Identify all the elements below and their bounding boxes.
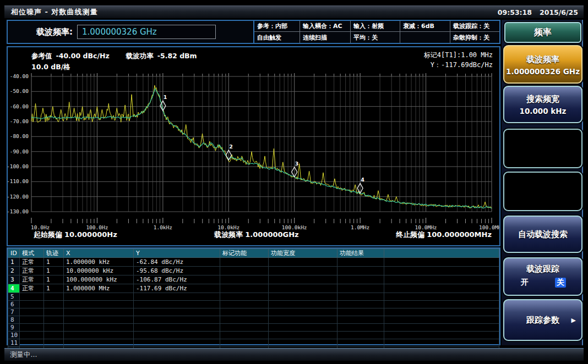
- setting-carrier-track: 载波跟踪：关: [450, 21, 499, 32]
- col-mode: 模式: [20, 249, 44, 258]
- table-row[interactable]: 2正常110.000000 kHz-95.68 dBc/Hz: [8, 267, 499, 275]
- marker-data-cell: [269, 275, 337, 284]
- marker-data-cell: [269, 301, 337, 308]
- marker-data-cell: 10.000000 kHz: [64, 267, 134, 275]
- col-func: 标记功能: [220, 249, 269, 258]
- marker-data-cell: [134, 293, 220, 301]
- time-display: 09:53:18: [498, 8, 532, 16]
- marker-table-panel: ID 模式 轨迹 X Y 标记功能 功能宽度 功能结果 1正常11.000000…: [7, 247, 500, 345]
- marker-data-cell: [269, 293, 337, 301]
- marker-data-cell: [269, 324, 337, 332]
- marker-data-cell: [269, 332, 337, 339]
- marker-data-cell: [337, 316, 384, 324]
- toggle-on-option[interactable]: 开: [521, 278, 529, 288]
- marker-data-cell: [384, 258, 499, 267]
- table-row[interactable]: 8: [8, 316, 499, 324]
- marker-data-cell: [220, 339, 269, 347]
- marker-data-cell: [134, 332, 220, 339]
- status-bar: 测量中...: [4, 348, 584, 361]
- softkey-search-bandwidth[interactable]: 搜索频宽 10.000 kHz: [503, 86, 582, 123]
- marker-data-cell: [337, 332, 384, 339]
- measurement-settings-grid: 参考：内部 输入耦合：AC 输入：射频 衰减：6dB 载波跟踪：关 自由触发 连…: [253, 21, 499, 43]
- marker-data-cell: 1.000000 kHz: [64, 258, 134, 267]
- marker-data-cell: [337, 301, 384, 308]
- svg-text:3: 3: [295, 161, 299, 167]
- ref-level-label: 参考值: [31, 52, 52, 61]
- softkey-tracking-parameters[interactable]: 跟踪参数 ▶: [503, 299, 582, 341]
- carrier-frequency-readout: 载波频率1.000000GHz: [212, 230, 298, 240]
- marker-data-cell: [220, 293, 269, 301]
- table-row[interactable]: 6: [8, 301, 499, 308]
- ref-level-value: -40.00 dBc/Hz: [56, 52, 110, 61]
- phase-noise-chart-panel: -40.00-50.00-60.00-70.00-80.00-90.00-100…: [7, 46, 500, 246]
- marker-data-cell: [134, 339, 220, 347]
- softkey-carrier-frequency[interactable]: 载波频率 1.000000326 GHz: [503, 45, 582, 84]
- col-extra: [384, 249, 499, 258]
- marker-data-cell: [134, 324, 220, 332]
- menu-header-frequency: 频率: [504, 22, 581, 43]
- svg-text:-130.00: -130.00: [8, 208, 29, 214]
- table-row[interactable]: 4正常11.000000 MHz-117.69 dBc/Hz: [8, 284, 499, 293]
- marker-data-cell: -117.69 dBc/Hz: [134, 284, 220, 293]
- softkey-carrier-tracking[interactable]: 载波跟踪 开 关: [503, 257, 582, 296]
- marker-data-cell: [384, 267, 499, 275]
- softkey-blank-1[interactable]: [503, 129, 582, 168]
- marker-data-cell: [44, 332, 64, 339]
- svg-text:-70.00: -70.00: [10, 118, 29, 124]
- marker-data-cell: 正常: [20, 284, 44, 293]
- marker-data-cell: [384, 316, 499, 324]
- marker-id-cell: 6: [8, 301, 20, 308]
- svg-text:-80.00: -80.00: [10, 133, 29, 139]
- table-row[interactable]: 1正常11.000000 kHz-62.84 dBc/Hz: [8, 258, 499, 267]
- softkey-sidebar: 频率 载波频率 1.000000326 GHz 搜索频宽 10.000 kHz …: [502, 20, 583, 345]
- scale-per-div: 10.0 dB/格: [31, 63, 70, 72]
- marker-data-cell: 1: [44, 284, 64, 293]
- marker-id-cell: 8: [8, 316, 20, 324]
- softkey-blank-2[interactable]: [503, 172, 582, 211]
- table-row[interactable]: 3正常1100.000000 kHz-106.87 dBc/Hz: [8, 275, 499, 284]
- marker-data-cell: [220, 301, 269, 308]
- table-row[interactable]: 7: [8, 308, 499, 316]
- marker-data-cell: [64, 308, 134, 316]
- marker-data-cell: [220, 284, 269, 293]
- table-row[interactable]: 11: [8, 339, 499, 347]
- marker-data-cell: [44, 316, 64, 324]
- marker-data-cell: [269, 308, 337, 316]
- setting-input: 输入：射频: [351, 21, 400, 32]
- marker-id-cell: 4: [8, 284, 20, 293]
- marker-data-cell: [20, 324, 44, 332]
- marker-data-cell: [337, 308, 384, 316]
- marker-data-cell: [44, 308, 64, 316]
- marker-data-cell: [44, 301, 64, 308]
- setting-spur-suppress: 杂散抑制：关: [450, 32, 499, 43]
- marker-data-cell: [20, 301, 44, 308]
- svg-text:-90.00: -90.00: [10, 148, 29, 155]
- marker-data-cell: [64, 293, 134, 301]
- carrier-frequency-input[interactable]: 1.000000326 GHz: [77, 25, 216, 39]
- table-row[interactable]: 9: [8, 324, 499, 332]
- table-row[interactable]: 5: [8, 293, 499, 301]
- table-row[interactable]: 10: [8, 332, 499, 339]
- svg-text:-100.00: -100.00: [8, 163, 29, 169]
- marker-data-cell: [134, 308, 220, 316]
- marker-data-cell: [269, 284, 337, 293]
- marker-data-cell: [384, 332, 499, 339]
- stop-offset: 终止频偏100.000000MHz: [394, 230, 492, 240]
- svg-text:4: 4: [361, 177, 364, 183]
- marker-data-cell: [220, 258, 269, 267]
- carrier-frequency-label: 载波频率:: [36, 27, 73, 37]
- toggle-off-option[interactable]: 关: [555, 278, 566, 288]
- softkey-auto-carrier-search[interactable]: 自动载波搜索: [503, 216, 582, 253]
- svg-text:-120.00: -120.00: [8, 194, 29, 200]
- marker-data-cell: [384, 284, 499, 293]
- setting-reference: 参考：内部: [254, 21, 300, 32]
- marker-data-cell: [20, 339, 44, 347]
- marker-data-cell: [134, 301, 220, 308]
- svg-text:-50.00: -50.00: [10, 88, 29, 94]
- marker-data-cell: -106.87 dBc/Hz: [134, 275, 220, 284]
- setting-trigger: 自由触发: [254, 32, 300, 43]
- marker-data-cell: [384, 308, 499, 316]
- marker-data-cell: [20, 316, 44, 324]
- phase-noise-plot: -40.00-50.00-60.00-70.00-80.00-90.00-100…: [8, 47, 499, 245]
- svg-text:1: 1: [164, 94, 167, 100]
